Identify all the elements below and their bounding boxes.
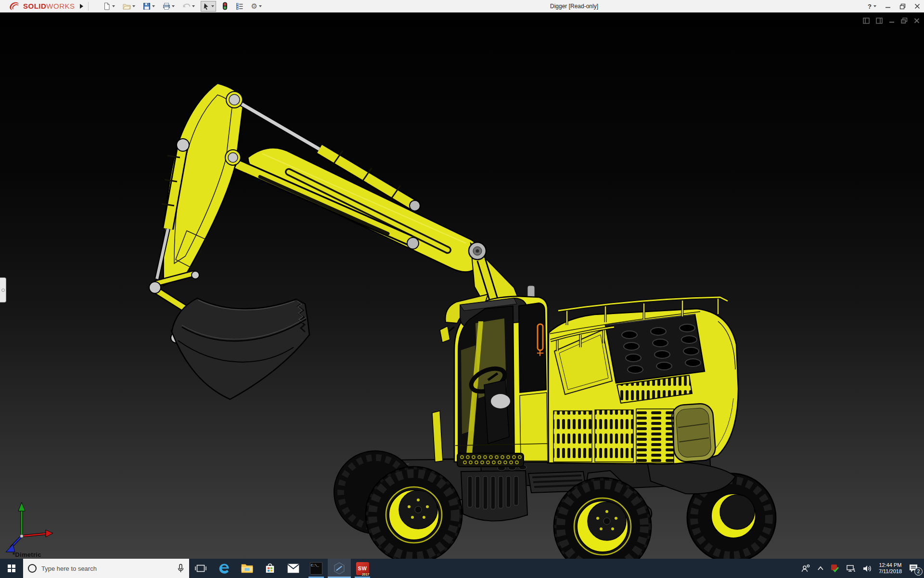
volume-icon[interactable] (862, 565, 872, 573)
print-button[interactable] (161, 1, 177, 12)
task-view-button[interactable] (189, 559, 212, 578)
restore-icon[interactable] (900, 17, 908, 25)
new-document-button[interactable] (101, 1, 117, 12)
print-icon (163, 2, 170, 10)
taskbar-app-edge[interactable] (212, 559, 235, 578)
task-view-icon (195, 564, 206, 573)
perforated-step (457, 453, 524, 467)
document-window-controls (862, 17, 920, 25)
mail-icon (287, 563, 300, 574)
search-input[interactable] (41, 565, 172, 572)
cortana-icon (28, 564, 37, 573)
undo-button[interactable] (180, 1, 197, 12)
pane-right-icon[interactable] (875, 17, 883, 25)
solidworks-logo: SOLIDWORKS (8, 1, 75, 11)
help-button[interactable]: ? (868, 3, 876, 10)
options-button[interactable]: ⚙ (249, 1, 264, 12)
menu-flyout-arrow[interactable] (80, 4, 83, 9)
people-icon[interactable] (801, 564, 810, 573)
open-icon (123, 2, 131, 10)
dropdown-caret[interactable] (112, 5, 115, 7)
taskbar-app-solidworks-2017[interactable]: SW 2017 (351, 559, 374, 578)
new-document-icon (103, 2, 111, 10)
save-icon (143, 2, 151, 10)
taskbar-search[interactable] (23, 559, 189, 578)
taskbar-app-command-prompt[interactable]: C:\_ (305, 559, 328, 578)
taskbar-clock[interactable]: 12:44 PM 7/11/2018 (879, 562, 902, 575)
close-icon[interactable] (913, 17, 920, 24)
solidworks-monitor-icon[interactable] (831, 564, 839, 573)
dropdown-caret[interactable] (172, 5, 175, 7)
side-grille (553, 411, 592, 462)
taskbar-app-file-explorer[interactable] (235, 559, 258, 578)
side-grille (595, 410, 633, 462)
dropdown-caret[interactable] (211, 5, 214, 7)
pane-left-icon[interactable] (862, 17, 870, 25)
titlebar: SOLIDWORKS (0, 0, 924, 13)
front-left-wheel[interactable] (366, 467, 462, 559)
help-caret[interactable] (873, 5, 876, 7)
mirror (440, 326, 450, 342)
restore-button[interactable] (899, 3, 906, 10)
cab[interactable] (432, 294, 549, 462)
ds-swoosh-icon (8, 1, 20, 11)
taskbar-app-hexagon[interactable] (328, 559, 351, 578)
panel-flyout-tab[interactable] (0, 277, 6, 302)
options-gear-icon: ⚙ (251, 2, 257, 10)
rear-window (671, 403, 716, 462)
system-tray: 12:44 PM 7/11/2018 2 (801, 559, 924, 578)
minimize-button[interactable] (885, 3, 891, 9)
solidworks-2017-icon: SW 2017 (356, 562, 369, 575)
undercarriage-slats (468, 476, 518, 509)
rebuild-stoplight-icon (222, 2, 228, 10)
file-properties-button[interactable] (234, 1, 245, 12)
dropdown-caret[interactable] (259, 5, 262, 7)
upper-body[interactable] (548, 297, 738, 464)
select-cursor-icon (203, 2, 210, 10)
tray-chevron-icon[interactable] (817, 566, 824, 571)
clock-date: 7/11/2018 (879, 568, 902, 575)
excavator-model[interactable] (0, 13, 924, 559)
store-icon (264, 562, 276, 575)
start-button[interactable] (0, 559, 23, 578)
command-prompt-icon: C:\_ (310, 562, 322, 575)
open-button[interactable] (121, 1, 137, 12)
brand-text: SOLIDWORKS (23, 2, 75, 10)
dropdown-caret[interactable] (192, 5, 195, 7)
action-center-button[interactable]: 2 (909, 564, 919, 573)
file-properties-icon (236, 2, 244, 10)
file-explorer-icon (241, 563, 254, 574)
seat (484, 380, 509, 444)
screen: SOLIDWORKS (0, 0, 924, 578)
engine-grille (605, 315, 705, 403)
taskbar: C:\_ SW 2017 (0, 559, 924, 578)
dropdown-caret[interactable] (152, 5, 155, 7)
network-icon[interactable] (846, 565, 856, 573)
window-title: Digger [Read-only] (550, 0, 598, 13)
orientation-triad (6, 502, 53, 552)
taskbar-app-mail[interactable] (282, 559, 305, 578)
minimize-icon[interactable] (888, 17, 895, 24)
window-controls: ? (868, 0, 920, 13)
dropdown-caret[interactable] (132, 5, 135, 7)
microphone-icon[interactable] (177, 564, 184, 573)
clock-time: 12:44 PM (879, 562, 902, 568)
notification-badge: 2 (914, 567, 923, 576)
flyout-dot-icon (1, 289, 5, 292)
save-button[interactable] (141, 1, 157, 12)
quick-toolbar: ⚙ (101, 0, 264, 12)
windows-logo-icon (8, 565, 15, 572)
hexagon-app-icon (333, 562, 346, 575)
view-orientation-label: *Dimetric (13, 551, 41, 558)
side-grille (636, 409, 674, 463)
close-button[interactable] (914, 3, 920, 9)
graphics-viewport[interactable]: *Dimetric (0, 13, 924, 559)
select-tool-button[interactable] (201, 1, 216, 12)
undo-icon (182, 2, 191, 10)
rebuild-button[interactable] (220, 0, 230, 12)
toolbar-separator (88, 2, 89, 11)
taskbar-app-store[interactable] (258, 559, 282, 578)
edge-icon (218, 562, 231, 575)
